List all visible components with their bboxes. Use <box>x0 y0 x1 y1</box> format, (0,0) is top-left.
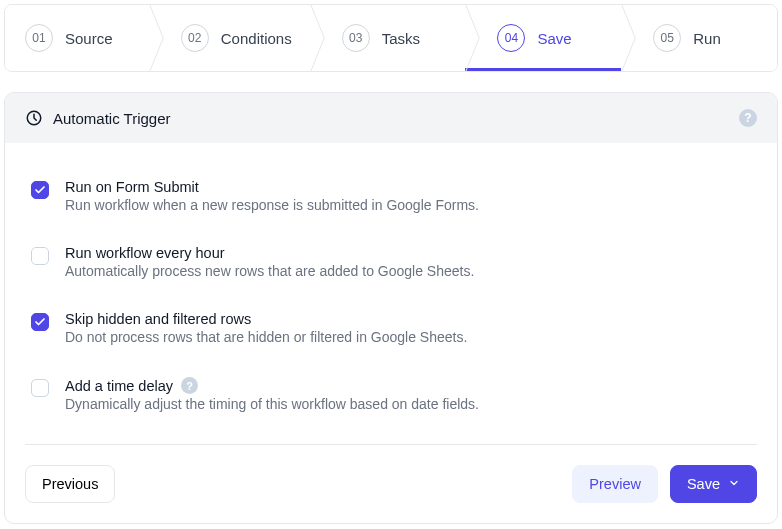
card-body: Run on Form Submit Run workflow when a n… <box>5 143 777 432</box>
option-run-on-form-submit: Run on Form Submit Run workflow when a n… <box>25 167 757 225</box>
step-number: 01 <box>25 24 53 52</box>
option-description: Automatically process new rows that are … <box>65 263 474 279</box>
chevron-down-icon <box>728 476 740 492</box>
option-skip-hidden-rows: Skip hidden and filtered rows Do not pro… <box>25 299 757 357</box>
step-source[interactable]: 01 Source <box>5 5 149 71</box>
checkbox[interactable] <box>31 379 49 397</box>
card-footer: Previous Preview Save <box>5 445 777 523</box>
trigger-card: Automatic Trigger ? Run on Form Submit R… <box>4 92 778 524</box>
card-header: Automatic Trigger ? <box>5 93 777 143</box>
option-description: Run workflow when a new response is subm… <box>65 197 479 213</box>
checkbox[interactable] <box>31 247 49 265</box>
option-time-delay: Add a time delay ? Dynamically adjust th… <box>25 365 757 424</box>
step-label: Run <box>693 30 721 47</box>
step-conditions[interactable]: 02 Conditions <box>149 5 310 71</box>
step-number: 02 <box>181 24 209 52</box>
option-description: Do not process rows that are hidden or f… <box>65 329 467 345</box>
option-run-every-hour: Run workflow every hour Automatically pr… <box>25 233 757 291</box>
checkbox[interactable] <box>31 313 49 331</box>
help-icon[interactable]: ? <box>181 377 198 394</box>
wizard-stepper: 01 Source 02 Conditions 03 Tasks 04 Save… <box>4 4 778 72</box>
step-number: 03 <box>342 24 370 52</box>
step-save[interactable]: 04 Save <box>465 5 621 71</box>
step-label: Tasks <box>382 30 420 47</box>
step-label: Save <box>537 30 571 47</box>
save-button-label: Save <box>687 476 720 492</box>
step-tasks[interactable]: 03 Tasks <box>310 5 466 71</box>
previous-button[interactable]: Previous <box>25 465 115 503</box>
clock-icon <box>25 109 43 127</box>
step-label: Source <box>65 30 113 47</box>
save-button[interactable]: Save <box>670 465 757 503</box>
step-number: 05 <box>653 24 681 52</box>
option-title: Run on Form Submit <box>65 179 479 195</box>
help-icon[interactable]: ? <box>739 109 757 127</box>
step-number: 04 <box>497 24 525 52</box>
step-run[interactable]: 05 Run <box>621 5 777 71</box>
option-title: Add a time delay ? <box>65 377 479 394</box>
checkbox[interactable] <box>31 181 49 199</box>
option-description: Dynamically adjust the timing of this wo… <box>65 396 479 412</box>
option-title: Run workflow every hour <box>65 245 474 261</box>
preview-button[interactable]: Preview <box>572 465 658 503</box>
step-label: Conditions <box>221 30 292 47</box>
card-title: Automatic Trigger <box>53 110 171 127</box>
option-title: Skip hidden and filtered rows <box>65 311 467 327</box>
